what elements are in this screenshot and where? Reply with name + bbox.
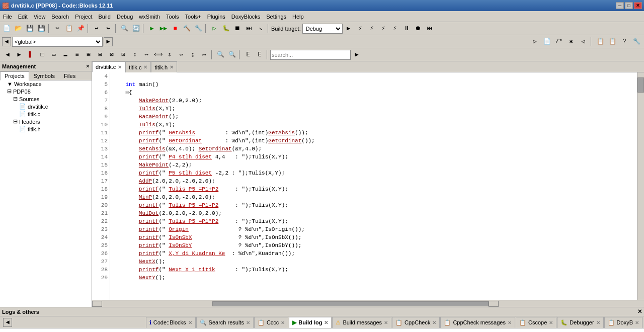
- tc-btn14[interactable]: ⟺: [152, 49, 164, 60]
- find-btn[interactable]: 🔍: [119, 23, 130, 34]
- tab-close-doxyb[interactable]: ✕: [635, 320, 639, 325]
- tab-close-cppcheck[interactable]: ✕: [432, 320, 436, 325]
- tc-btn23[interactable]: ▶: [351, 49, 362, 60]
- tc-btn5[interactable]: ▭: [48, 49, 59, 60]
- toolbar-btn-extra6[interactable]: ⏸: [401, 23, 412, 34]
- tb2-btn3[interactable]: /*: [553, 36, 565, 47]
- run-btn[interactable]: ▶: [146, 23, 157, 34]
- menu-tools[interactable]: Tools: [163, 11, 182, 22]
- tree-workspace[interactable]: ▼ Workspace: [0, 80, 92, 88]
- menu-project[interactable]: Project: [72, 11, 95, 22]
- bottom-nav-left[interactable]: ◀: [3, 318, 12, 327]
- tb2-btn6[interactable]: 📋: [595, 36, 606, 47]
- replace-btn[interactable]: 🔄: [130, 23, 141, 34]
- menu-help[interactable]: Help: [289, 11, 307, 22]
- undo-btn[interactable]: ↩: [91, 23, 102, 34]
- bottom-tab-search[interactable]: 🔍 Search results ✕: [196, 317, 254, 328]
- tree-drvtitik[interactable]: 📄 drvtitik.c: [0, 103, 92, 110]
- logs-close-btn[interactable]: ✕: [637, 308, 642, 315]
- debug-next-btn[interactable]: ⏭: [244, 23, 255, 34]
- nav-right-btn[interactable]: ▶: [104, 37, 113, 46]
- tab-close-buildlog[interactable]: ✕: [324, 320, 328, 325]
- code-content[interactable]: int main() ⊟{ MakePoint(2.0,2.0); Tulis(…: [110, 72, 644, 300]
- cut-btn[interactable]: ✂: [52, 23, 63, 34]
- bottom-tab-codeblocks[interactable]: ℹ Code::Blocks ✕: [146, 317, 196, 328]
- tab-titikh-close[interactable]: ✕: [170, 64, 174, 70]
- new-btn[interactable]: 📄: [1, 23, 12, 34]
- tc-btn21[interactable]: E: [243, 49, 254, 60]
- tree-sources[interactable]: ⊟ Sources: [0, 95, 92, 103]
- editor-tab-titikc[interactable]: titik.c ✕: [125, 61, 151, 72]
- toolbar-btn-extra2[interactable]: ⚡: [355, 23, 366, 34]
- toolbar-btn-extra5[interactable]: ⚡: [389, 23, 400, 34]
- bottom-tab-buildmsg[interactable]: ⚠ Build messages ✕: [332, 317, 391, 328]
- tree-titikc[interactable]: 📄 titik.c: [0, 110, 92, 118]
- build-btn[interactable]: 🔨: [181, 23, 192, 34]
- tc-btn7[interactable]: ≡: [71, 49, 83, 60]
- menu-view[interactable]: View: [31, 11, 49, 22]
- tc-btn19[interactable]: 🔍: [215, 49, 226, 60]
- build-run-btn[interactable]: ▶▶: [158, 23, 169, 34]
- tb2-btn5[interactable]: ◁: [578, 36, 589, 47]
- tc-btn22[interactable]: E: [254, 49, 265, 60]
- debug-stop-btn[interactable]: ⏹: [232, 23, 243, 34]
- editor-tab-titikh[interactable]: titik.h ✕: [151, 61, 177, 72]
- tb2-btn8[interactable]: ?: [619, 36, 630, 47]
- tc-btn11[interactable]: ⊡: [118, 49, 129, 60]
- sidebar-tab-projects[interactable]: Projects: [0, 71, 29, 80]
- tab-titikc-close[interactable]: ✕: [143, 64, 147, 70]
- bottom-tab-cscope[interactable]: 📋 Cscope ✕: [516, 317, 556, 328]
- tc-btn9[interactable]: ⊟: [95, 49, 106, 60]
- vertical-scrollbar[interactable]: [637, 72, 644, 300]
- nav-left-btn[interactable]: ◀: [2, 37, 11, 46]
- tc-btn3[interactable]: ▌: [25, 49, 36, 60]
- bottom-tab-cppcheckmsg[interactable]: 📋 CppCheck messages ✕: [440, 317, 515, 328]
- copy-btn[interactable]: 📋: [63, 23, 74, 34]
- menu-build[interactable]: Build: [95, 11, 113, 22]
- tc-btn13[interactable]: ↔: [141, 49, 152, 60]
- bottom-tab-cppcheck[interactable]: 📋 CppCheck ✕: [392, 317, 440, 328]
- tc-btn4[interactable]: □: [37, 49, 48, 60]
- horizontal-scrollbar[interactable]: [92, 300, 644, 307]
- tree-titikh[interactable]: 📄 titik.h: [0, 125, 92, 133]
- tab-close-cscope[interactable]: ✕: [549, 320, 553, 325]
- tc-btn10[interactable]: ⊠: [106, 49, 117, 60]
- bottom-tab-cccc[interactable]: 📋 Cccc ✕: [254, 317, 288, 328]
- tab-close-buildmsg[interactable]: ✕: [384, 320, 388, 325]
- bottom-tab-buildlog[interactable]: ▶ Build log ✕: [289, 317, 332, 328]
- tc-btn15[interactable]: ⇕: [164, 49, 175, 60]
- tc-btn20[interactable]: 🔍: [226, 49, 237, 60]
- close-button[interactable]: ✕: [634, 2, 642, 9]
- menu-wxsmith[interactable]: wxSmith: [136, 11, 163, 22]
- tb2-btn7[interactable]: 📋: [607, 36, 618, 47]
- toolbar-btn-extra3[interactable]: ⚡: [366, 23, 377, 34]
- global-dropdown[interactable]: <global>: [12, 37, 103, 47]
- build-target-select[interactable]: Debug Release: [302, 24, 343, 34]
- editor-tab-drvtitik[interactable]: drvtitik.c ✕: [92, 61, 125, 72]
- tc-btn1[interactable]: ◀: [2, 49, 13, 60]
- hscroll-thumb[interactable]: [212, 301, 489, 306]
- sidebar-tab-symbols[interactable]: Symbols: [29, 71, 59, 80]
- tab-close-debugger[interactable]: ✕: [596, 320, 600, 325]
- paste-btn[interactable]: 📌: [75, 23, 86, 34]
- tc-btn8[interactable]: ⊞: [83, 49, 94, 60]
- toolbar-btn-extra4[interactable]: ⚡: [378, 23, 389, 34]
- sidebar-tab-files[interactable]: Files: [59, 71, 80, 80]
- save-btn[interactable]: 💾: [24, 23, 35, 34]
- tab-close-cppcheckmsg[interactable]: ✕: [508, 320, 512, 325]
- code-editor[interactable]: 4 5 6 7 8 9 10 11 12 13 14 15 16 17 18 1…: [92, 72, 644, 300]
- debug-run-btn[interactable]: ▷: [209, 23, 220, 34]
- stop-btn[interactable]: ■: [170, 23, 181, 34]
- minimize-button[interactable]: ─: [616, 2, 624, 9]
- debug-step-btn[interactable]: ↘: [255, 23, 266, 34]
- toolbar-btn-extra8[interactable]: ⏮: [424, 23, 435, 34]
- bottom-tab-doxyb[interactable]: 📋 DoxyB ✕: [604, 317, 642, 328]
- search-input[interactable]: [270, 50, 351, 60]
- menu-settings[interactable]: Settings: [263, 11, 289, 22]
- bottom-content[interactable]: [0, 328, 644, 332]
- sidebar-close-btn[interactable]: ✕: [86, 62, 90, 70]
- rebuild-btn[interactable]: 🔧: [193, 23, 204, 34]
- tab-close-codeblocks[interactable]: ✕: [188, 320, 192, 325]
- toolbar-btn-extra7[interactable]: ⏺: [413, 23, 424, 34]
- menu-edit[interactable]: Edit: [15, 11, 31, 22]
